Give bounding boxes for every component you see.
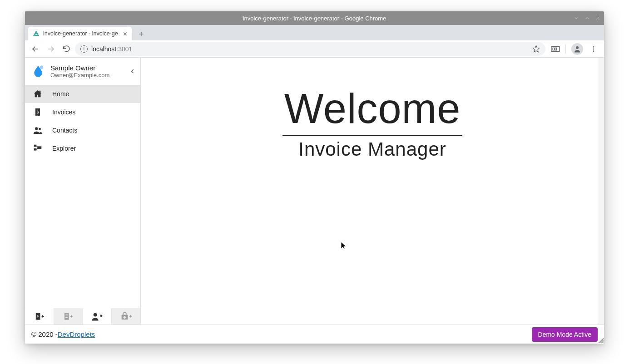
svg-point-35 — [94, 313, 97, 317]
sidebar-item-invoices[interactable]: $ Invoices — [25, 103, 140, 121]
scrollbar[interactable] — [598, 58, 604, 325]
maximize-icon[interactable] — [584, 15, 590, 21]
hero-title: Welcome — [282, 85, 463, 136]
new-tab-button[interactable] — [135, 28, 148, 40]
hero: Welcome Invoice Manager — [282, 85, 463, 160]
close-icon[interactable] — [595, 16, 600, 21]
url-text: localhost:3001 — [91, 45, 132, 53]
main-panel: Welcome Invoice Manager — [141, 58, 604, 325]
svg-marker-10 — [533, 45, 539, 52]
svg-rect-12 — [553, 48, 554, 50]
bookmark-star-icon[interactable] — [532, 45, 540, 53]
svg-rect-13 — [555, 48, 556, 50]
sidebar-item-home[interactable]: Home — [25, 85, 140, 103]
url-host: localhost — [91, 45, 116, 53]
footer-link[interactable]: DevDroplets — [58, 330, 95, 338]
app-footer: © 2020 - DevDroplets Demo Mode Active — [25, 325, 604, 344]
svg-point-21 — [39, 128, 41, 130]
svg-rect-22 — [34, 145, 37, 147]
sidebar-item-explorer[interactable]: Explorer — [25, 139, 140, 157]
profile-block[interactable]: Sample Owner Owner@Example.com — [25, 58, 140, 85]
chrome-window: invoice-generator - invoice-generator - … — [25, 11, 604, 344]
sidebar-item-label: Invoices — [52, 108, 75, 116]
sidebar-bottom-actions: $ — [25, 308, 140, 325]
os-window-title: invoice-generator - invoice-generator - … — [243, 15, 386, 22]
sidebar-nav: Home $ Invoices Contacts — [25, 85, 140, 157]
address-bar[interactable]: i localhost:3001 — [75, 42, 545, 56]
svg-rect-24 — [38, 146, 41, 149]
svg-line-25 — [36, 146, 38, 148]
forward-button[interactable] — [44, 42, 58, 56]
profile-name: Sample Owner — [50, 64, 109, 72]
svg-point-15 — [593, 46, 594, 48]
svg-text:$: $ — [37, 314, 39, 318]
browser-toolbar: i localhost:3001 — [25, 40, 604, 58]
invoice-icon: $ — [32, 108, 43, 117]
toolbar-right — [547, 42, 600, 56]
browser-tab[interactable]: invoice-generator - invoice-ge — [28, 27, 132, 40]
sidebar-item-label: Explorer — [52, 145, 76, 152]
profile-text: Sample Owner Owner@Example.com — [50, 64, 109, 79]
profile-email: Owner@Example.com — [50, 72, 109, 79]
svg-point-17 — [593, 50, 594, 52]
minimize-icon[interactable] — [574, 15, 579, 21]
new-invoice-button[interactable]: $ — [25, 308, 54, 325]
footer-copyright: © 2020 - — [31, 330, 58, 338]
svg-point-20 — [35, 127, 38, 130]
app-content: Sample Owner Owner@Example.com Home — [25, 58, 604, 325]
os-window-controls — [574, 11, 600, 25]
hero-subtitle: Invoice Manager — [282, 138, 463, 160]
os-titlebar: invoice-generator - invoice-generator - … — [25, 11, 604, 25]
extension-icon[interactable] — [551, 46, 560, 52]
resize-grip-icon[interactable] — [598, 338, 604, 343]
toolbar-divider — [565, 44, 566, 54]
tabstrip: invoice-generator - invoice-ge — [25, 25, 604, 40]
reload-button[interactable] — [59, 42, 73, 56]
new-contact-button[interactable] — [83, 308, 112, 325]
sidebar-item-contacts[interactable]: Contacts — [25, 121, 140, 139]
sidebar: Sample Owner Owner@Example.com Home — [25, 58, 141, 325]
svg-line-26 — [36, 148, 38, 149]
profile-avatar-icon[interactable] — [571, 43, 583, 55]
home-icon — [32, 89, 43, 99]
favicon-icon — [32, 30, 40, 37]
site-info-icon[interactable]: i — [80, 45, 88, 53]
url-port: :3001 — [116, 45, 132, 53]
sidebar-item-label: Home — [52, 90, 69, 98]
svg-point-18 — [40, 66, 44, 69]
svg-text:$: $ — [37, 110, 39, 114]
droplet-logo-icon — [31, 64, 45, 78]
kebab-menu-icon[interactable] — [587, 42, 600, 56]
svg-point-16 — [593, 48, 594, 49]
back-button[interactable] — [29, 42, 42, 56]
collapse-sidebar-icon[interactable] — [129, 68, 136, 74]
new-item-button[interactable] — [112, 308, 140, 325]
svg-point-14 — [576, 46, 579, 49]
tab-close-icon[interactable] — [123, 31, 128, 36]
new-receipt-button[interactable] — [54, 308, 83, 325]
sidebar-item-label: Contacts — [52, 127, 77, 134]
demo-mode-button[interactable]: Demo Mode Active — [532, 327, 598, 342]
explorer-icon — [32, 143, 43, 153]
contacts-icon — [32, 125, 43, 135]
svg-rect-23 — [34, 148, 37, 151]
svg-rect-40 — [123, 317, 126, 318]
tab-title: invoice-generator - invoice-ge — [43, 30, 119, 37]
